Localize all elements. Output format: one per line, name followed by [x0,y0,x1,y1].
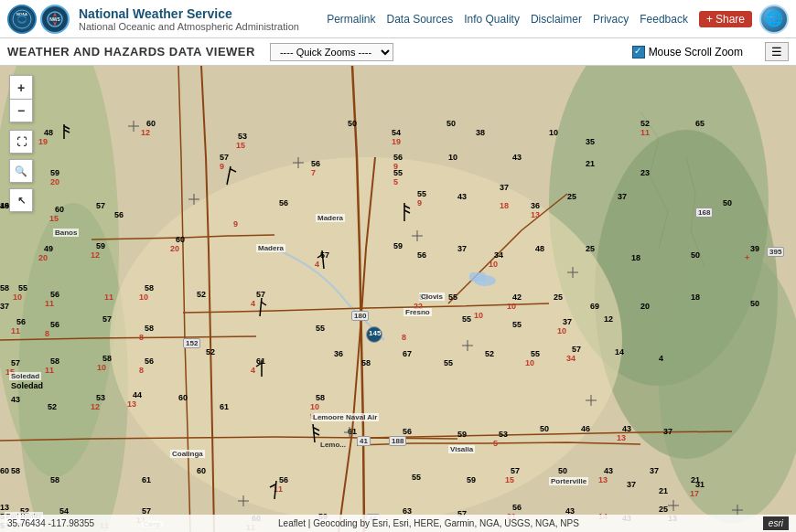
city-porterville: Porterville [549,477,588,485]
city-soledad: Soledad [9,372,41,380]
city-clovis: Clovis [419,293,445,301]
city-coalinga: Coalinga [170,450,205,458]
coordinates-display: 35.76434 -117.98355 [7,518,94,528]
esri-logo: esri [763,516,789,530]
map-background [0,66,796,532]
zoom-area-button[interactable]: 🔍 [9,159,33,183]
station-marker [586,395,597,406]
globe-icon: 🌐 [759,5,789,34]
share-icon: + [706,13,713,26]
share-button[interactable]: + Share [699,11,752,27]
noaa-logo: NOAA [7,5,37,34]
map-controls: + − ⛶ 🔍 ↖ [9,75,33,212]
hwy-180: 180 [351,311,369,321]
permalink-link[interactable]: Permalink [327,13,375,26]
station-marker [128,121,139,132]
header-text: National Weather Service National Oceani… [79,6,327,32]
hwy-41: 41 [357,436,371,446]
privacy-link[interactable]: Privacy [593,13,629,26]
city-visalia: Visalia [448,445,475,453]
map-container[interactable]: + − ⛶ 🔍 ↖ 48 19 60 12 53 15 50 54 19 50 … [0,66,796,532]
station-marker [293,157,304,168]
station-marker [412,230,423,241]
nws-logo: NWS [40,5,70,34]
map-footer: 35.76434 -117.98355 Leaflet | Geocoding … [0,515,796,532]
city-lemoore-naval: Lemoore Naval Air [311,413,379,421]
station-marker [567,267,578,278]
data-sources-link[interactable]: Data Sources [386,13,453,26]
toolbar: WEATHER AND HAZARDS DATA VIEWER ---- Qui… [0,38,796,66]
city-banos: Banos [53,229,79,237]
city-fresno: Fresno [403,308,432,316]
info-quality-link[interactable]: Info Quality [464,13,520,26]
header: NOAA NWS National Weather Service Nation… [0,0,796,38]
pan-button[interactable]: ↖ [9,188,33,212]
zoom-controls: + − [9,75,33,122]
feedback-link[interactable]: Feedback [640,13,688,26]
share-label: Share [715,13,745,26]
disclaimer-link[interactable]: Disclaimer [531,13,582,26]
hwy-152: 152 [183,338,200,348]
hwy-145: 145 [366,326,382,343]
hwy-188: 188 [389,436,406,446]
zoom-out-button[interactable]: − [9,99,33,122]
fullscreen-button[interactable]: ⛶ [9,130,33,154]
zoom-in-button[interactable]: + [9,75,33,99]
station-marker [462,340,473,351]
mouse-scroll-zoom-toggle[interactable]: Mouse Scroll Zoom [632,46,743,59]
header-logos: NOAA NWS [7,5,70,34]
mouse-scroll-checkbox[interactable] [632,46,645,59]
page-title: WEATHER AND HAZARDS DATA VIEWER [7,45,255,59]
svg-text:NWS: NWS [49,16,60,22]
station-marker [668,500,679,511]
mouse-scroll-label: Mouse Scroll Zoom [649,46,743,59]
quick-zooms-select[interactable]: ---- Quick Zooms ---- [270,43,393,61]
attribution-text: Leaflet | Geocoding by Esri, Esri, HERE,… [278,518,579,528]
hwy-395: 395 [767,247,784,257]
station-marker [188,194,199,205]
water-feature [469,272,486,282]
header-nav: Permalink Data Sources Info Quality Disc… [327,11,752,27]
hwy-168: 168 [695,207,713,218]
station-marker [238,495,249,506]
city-madera: Madera [316,214,345,222]
layers-button[interactable]: ☰ [765,42,789,61]
station-marker [344,427,355,438]
city-madera2: Madera [256,244,285,252]
agency-name: National Weather Service [79,6,327,21]
agency-subtitle: National Oceanic and Atmospheric Adminis… [79,21,327,32]
